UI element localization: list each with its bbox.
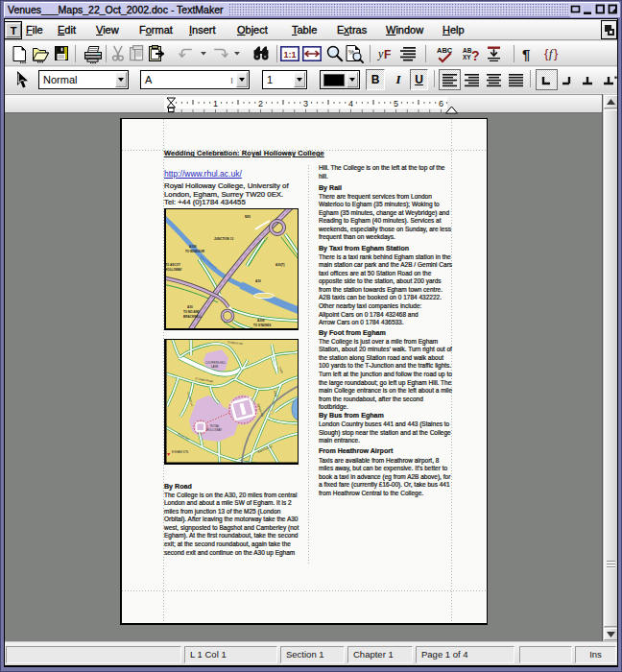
svg-text:5: 5	[394, 99, 398, 108]
svg-text:6: 6	[439, 99, 443, 108]
svg-text:A30: A30	[255, 279, 261, 283]
svg-text:EGHAM STN: EGHAM STN	[172, 450, 188, 454]
svg-text:A30(T): A30(T)	[275, 263, 285, 267]
svg-text:1:1: 1:1	[283, 50, 296, 60]
svg-text:A308: A308	[257, 319, 265, 323]
svg-text:F: F	[384, 48, 391, 61]
svg-text:M25: M25	[245, 215, 251, 219]
svg-text:LANE: LANE	[211, 365, 219, 369]
svg-text:A308: A308	[189, 245, 197, 249]
svg-text:y: y	[377, 47, 384, 60]
svg-text:A30: A30	[187, 305, 193, 309]
svg-text:XY: XY	[463, 54, 471, 60]
svg-text:TO WINDSOR: TO WINDSOR	[185, 250, 205, 253]
svg-text:HOLLOWAY: HOLLOWAY	[206, 428, 222, 432]
svg-text:TO M3 AND: TO M3 AND	[183, 310, 201, 314]
svg-text:HOLLOWAY: HOLLOWAY	[165, 268, 183, 272]
svg-text:¶: ¶	[522, 46, 530, 62]
svg-text:?: ?	[471, 48, 480, 63]
svg-text:}: }	[554, 46, 559, 60]
svg-text:4: 4	[348, 99, 353, 108]
svg-text:TO ASCOT: TO ASCOT	[165, 263, 180, 267]
svg-text:JUNCTION 13: JUNCTION 13	[214, 237, 233, 241]
svg-text:3: 3	[303, 99, 308, 108]
svg-text:2: 2	[258, 99, 263, 108]
svg-text:TO STAINES: TO STAINES	[253, 324, 271, 327]
svg-text:1: 1	[213, 99, 218, 108]
svg-text:BRACKNELL: BRACKNELL	[183, 315, 202, 319]
